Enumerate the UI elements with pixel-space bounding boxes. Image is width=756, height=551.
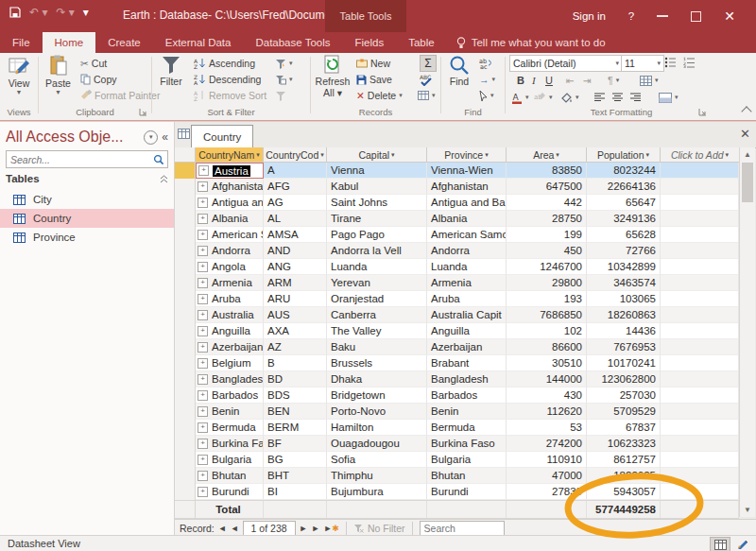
close-object-icon[interactable]: ✕ xyxy=(740,128,750,140)
qat-customize-icon[interactable]: ▾ xyxy=(83,7,89,18)
cell-population[interactable]: 22664136 xyxy=(587,179,661,195)
save-icon[interactable] xyxy=(9,7,21,18)
record-selector[interactable] xyxy=(175,371,196,387)
record-search-input[interactable] xyxy=(421,522,504,535)
cell-population[interactable]: 1822625 xyxy=(587,468,661,484)
descending-button[interactable]: ZA Descending xyxy=(194,72,261,87)
cell-population[interactable]: 65628 xyxy=(587,227,661,243)
column-dropdown-icon[interactable]: ▾ xyxy=(726,152,730,158)
cell-area[interactable]: 28750 xyxy=(507,211,587,227)
cell-code[interactable]: BG xyxy=(264,452,327,468)
cell-population[interactable]: 10623323 xyxy=(587,436,661,452)
sign-in-button[interactable]: Sign in xyxy=(561,0,617,32)
cell-add[interactable] xyxy=(661,275,739,291)
cell-area[interactable]: 47000 xyxy=(507,468,587,484)
tab-table[interactable]: Table xyxy=(396,32,447,53)
expand-subdatasheet-icon[interactable]: + xyxy=(198,422,208,433)
cell-population[interactable]: 3463574 xyxy=(587,275,661,291)
tab-fields[interactable]: Fields xyxy=(343,32,397,53)
column-header-click-to-add[interactable]: Click to Add▾ xyxy=(661,147,739,163)
record-selector[interactable] xyxy=(175,259,196,275)
sidebar-item-country[interactable]: Country xyxy=(0,209,174,228)
find-button[interactable]: Find xyxy=(443,55,475,87)
cell-country-name[interactable]: +Bangladesh xyxy=(196,371,264,387)
no-filter-label[interactable]: No Filter xyxy=(368,523,405,534)
design-view-button[interactable] xyxy=(733,537,752,550)
cell-population[interactable]: 257030 xyxy=(587,387,661,404)
record-selector[interactable] xyxy=(175,211,196,227)
close-button[interactable]: ✕ xyxy=(713,0,747,32)
cell-capital[interactable]: Saint Johns xyxy=(327,195,427,211)
cell-code[interactable]: AMSA xyxy=(264,227,327,243)
cell-add[interactable] xyxy=(661,404,739,420)
cell-code[interactable]: AG xyxy=(264,195,327,211)
cell-capital[interactable]: Dhaka xyxy=(327,371,427,387)
remove-sort-button[interactable]: AZ Remove Sort xyxy=(194,88,266,103)
cell-population[interactable]: 8612757 xyxy=(587,452,661,468)
cell-area[interactable]: 30510 xyxy=(507,355,587,371)
cell-add[interactable] xyxy=(661,259,739,275)
column-header-province[interactable]: Province▾ xyxy=(427,147,507,163)
cell-province[interactable]: Barbados xyxy=(427,387,507,404)
expand-subdatasheet-icon[interactable]: + xyxy=(198,358,208,369)
gridlines-button[interactable]: ▾ xyxy=(640,73,659,88)
format-painter-button[interactable]: Format Painter xyxy=(80,88,160,103)
cell-country-name[interactable]: +Barbados xyxy=(196,387,264,404)
cell-area[interactable]: 29800 xyxy=(507,275,587,291)
cell-code[interactable]: AUS xyxy=(264,307,327,323)
cell-country-name[interactable]: +Azerbaijan xyxy=(196,339,264,355)
tab-home[interactable]: Home xyxy=(43,32,96,53)
cell-country-name[interactable]: +Bermuda xyxy=(196,420,264,436)
cell-code[interactable]: BD xyxy=(264,371,327,387)
align-right-button[interactable] xyxy=(630,90,642,105)
cell-capital[interactable]: Tirane xyxy=(327,211,427,227)
next-record-icon[interactable]: ► xyxy=(300,524,308,533)
nav-search-input[interactable] xyxy=(7,154,153,165)
record-selector[interactable] xyxy=(175,420,196,436)
scroll-down-icon[interactable]: ▼ xyxy=(742,506,753,514)
cell-population[interactable]: 5943057 xyxy=(587,484,661,500)
delete-record-button[interactable]: ✕ Delete ▾ xyxy=(356,88,403,103)
cell-province[interactable]: Azerbaijan xyxy=(427,339,507,355)
cell-province[interactable]: Burkina Faso xyxy=(427,436,507,452)
cell-capital[interactable]: Luanda xyxy=(327,259,427,275)
spelling-button[interactable]: ABC xyxy=(420,72,435,87)
save-record-button[interactable]: Save xyxy=(356,72,392,87)
cell-code[interactable]: AFG xyxy=(264,179,327,195)
cell-add[interactable] xyxy=(661,323,739,339)
vertical-scrollbar[interactable]: ▲ ▼ xyxy=(739,147,755,517)
view-button[interactable]: View ▼ xyxy=(0,55,38,95)
alternate-row-color-button[interactable]: ▾ xyxy=(659,90,679,105)
cell-country-name[interactable]: +Burkina Faso xyxy=(196,436,264,452)
record-selector[interactable] xyxy=(175,179,196,195)
cell-province[interactable]: Andorra xyxy=(427,243,507,259)
cell-population[interactable]: 123062800 xyxy=(587,371,661,387)
record-selector[interactable] xyxy=(175,404,196,420)
cell-country-name[interactable]: +Benin xyxy=(196,404,264,420)
expand-subdatasheet-icon[interactable]: + xyxy=(198,455,208,465)
shutter-bar-icon[interactable]: « xyxy=(162,130,168,144)
expand-subdatasheet-icon[interactable]: + xyxy=(198,278,208,288)
cell-add[interactable] xyxy=(661,452,739,468)
cell-code[interactable]: BEN xyxy=(264,404,327,420)
paste-button[interactable]: Paste ▼ xyxy=(41,55,76,95)
cell-province[interactable]: Bermuda xyxy=(427,420,507,436)
cell-add[interactable] xyxy=(661,195,739,211)
advanced-filter-button[interactable]: ▾ xyxy=(275,56,293,71)
cell-country-name[interactable]: +Burundi xyxy=(196,484,264,500)
select-button[interactable]: ▾ xyxy=(479,88,494,103)
column-dropdown-icon[interactable]: ▾ xyxy=(391,152,395,158)
cell-population[interactable]: 7676953 xyxy=(587,339,661,355)
cell-country-name[interactable]: +Bulgaria xyxy=(196,452,264,468)
column-dropdown-icon[interactable]: ▾ xyxy=(646,152,650,158)
column-header-countrycod[interactable]: CountryCod▾ xyxy=(264,147,327,163)
cell-area[interactable]: 430 xyxy=(507,387,587,404)
ascending-button[interactable]: AZ Ascending xyxy=(194,56,255,71)
cut-button[interactable]: ✂Cut xyxy=(80,56,107,71)
font-size-combo[interactable]: 11▾ xyxy=(621,55,664,72)
column-dropdown-icon[interactable]: ▾ xyxy=(485,152,489,158)
background-color-button[interactable]: ▾ xyxy=(560,90,579,105)
cell-province[interactable]: American Samo xyxy=(427,227,507,243)
cell-country-name[interactable]: +Angola xyxy=(196,259,264,275)
tell-me-box[interactable]: Tell me what you want to do xyxy=(447,32,615,53)
